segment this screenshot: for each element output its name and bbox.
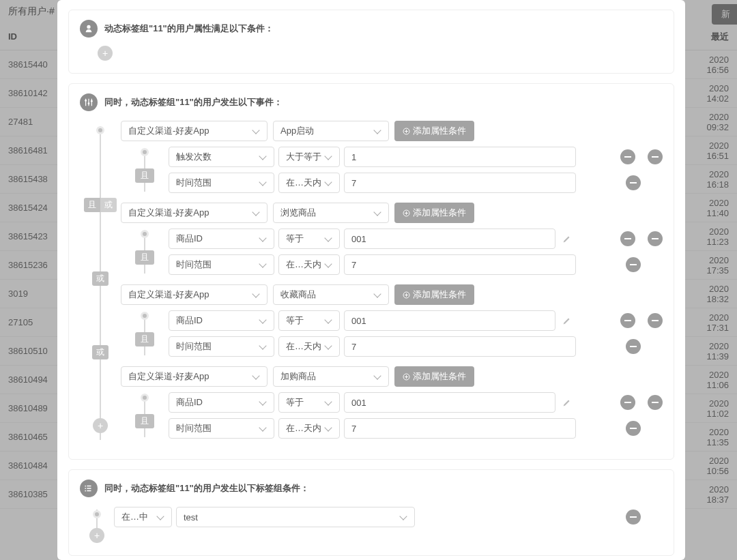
svg-point-3 [91, 100, 93, 102]
sliders-icon [80, 93, 98, 111]
value-input[interactable] [344, 254, 576, 275]
tag-rail [80, 505, 114, 543]
rail-connector-or[interactable]: 或 [92, 345, 109, 359]
svg-point-9 [85, 488, 86, 489]
attribute-select[interactable]: 商品ID [169, 310, 274, 331]
value-input[interactable] [344, 418, 576, 439]
sub-rail: 且 [121, 145, 169, 197]
list-icon [80, 480, 98, 497]
value-input[interactable] [344, 229, 555, 249]
user-events-panel: 同时，动态标签组"11"的用户发生以下事件： 且或或或 自定义渠道-好麦AppA… [68, 83, 674, 460]
value-input[interactable] [344, 392, 555, 413]
event-select[interactable]: 收藏商品 [273, 284, 389, 305]
edit-icon[interactable] [560, 316, 573, 325]
add-event-group[interactable] [93, 418, 108, 433]
sub-rail-and[interactable]: 且 [135, 250, 154, 265]
channel-select[interactable]: 自定义渠道-好麦App [121, 284, 268, 305]
svg-point-8 [85, 486, 86, 487]
attribute-select[interactable]: 时间范围 [169, 336, 274, 357]
remove-condition[interactable] [626, 175, 641, 190]
sub-rail-node [141, 230, 149, 238]
value-input[interactable] [344, 336, 576, 357]
attribute-select[interactable]: 商品ID [169, 392, 274, 413]
add-attribute-button[interactable]: 添加属性条件 [394, 203, 474, 223]
svg-point-2 [88, 102, 90, 104]
operator-select[interactable]: 等于 [278, 229, 340, 249]
event-select[interactable]: 加购商品 [273, 366, 389, 387]
event-group: 自定义渠道-好麦App浏览商品添加属性条件且商品ID等于时间范围在…天内 [121, 201, 663, 279]
event-group: 自定义渠道-好麦App加购商品添加属性条件且商品ID等于时间范围在…天内 [121, 365, 663, 443]
operator-select[interactable]: 等于 [278, 392, 340, 413]
remove-condition[interactable] [626, 257, 641, 272]
event-row: 自定义渠道-好麦App加购商品添加属性条件 [121, 365, 663, 388]
channel-select[interactable]: 自定义渠道-好麦App [121, 203, 268, 223]
rail-connector-or[interactable]: 或 [92, 271, 109, 286]
condition-row: 时间范围在…天内 [169, 253, 663, 276]
remove-event[interactable] [648, 231, 663, 246]
add-attribute-button[interactable]: 添加属性条件 [394, 284, 474, 305]
operator-select[interactable]: 在…天内 [278, 173, 340, 193]
add-attribute-button[interactable]: 添加属性条件 [394, 366, 474, 387]
sub-rail: 且 [121, 391, 169, 443]
sub-rail: 且 [121, 309, 169, 361]
remove-condition[interactable] [620, 313, 635, 328]
remove-condition[interactable] [620, 231, 635, 246]
tag-group-condition-panel: 同时，动态标签组"11"的用户发生以下标签组条件： 在…中 test [68, 469, 674, 556]
attribute-select[interactable]: 商品ID [169, 229, 274, 249]
event-select[interactable]: 浏览商品 [273, 203, 389, 223]
remove-event[interactable] [648, 313, 663, 328]
condition-row: 商品ID等于 [169, 391, 663, 414]
edit-icon[interactable] [560, 398, 573, 407]
remove-condition[interactable] [626, 421, 641, 436]
value-input[interactable] [344, 147, 576, 167]
remove-event[interactable] [648, 149, 663, 164]
sub-rail-node [141, 148, 149, 156]
operator-select[interactable]: 在…天内 [278, 418, 340, 439]
edit-icon[interactable] [560, 235, 573, 244]
attribute-select[interactable]: 时间范围 [169, 173, 274, 193]
operator-select[interactable]: 在…天内 [278, 336, 340, 357]
attribute-select[interactable]: 触发次数 [169, 147, 274, 167]
sub-rail-and[interactable]: 且 [135, 332, 154, 347]
operator-select[interactable]: 等于 [278, 310, 340, 331]
svg-point-10 [85, 490, 86, 492]
value-input[interactable] [344, 173, 576, 193]
remove-condition[interactable] [620, 395, 635, 410]
remove-tag-condition[interactable] [626, 510, 641, 525]
channel-select[interactable]: 自定义渠道-好麦App [121, 366, 268, 387]
tag-name-select[interactable]: test [176, 507, 415, 527]
sub-rail: 且 [121, 227, 169, 279]
condition-row: 商品ID等于 [169, 227, 663, 250]
remove-event[interactable] [648, 395, 663, 410]
attribute-select[interactable]: 时间范围 [169, 418, 274, 439]
event-group: 自定义渠道-好麦App收藏商品添加属性条件且商品ID等于时间范围在…天内 [121, 283, 663, 361]
condition-row: 时间范围在…天内 [169, 171, 663, 194]
panel-title: 同时，动态标签组"11"的用户发生以下事件： [104, 96, 283, 108]
sub-rail-and[interactable]: 且 [135, 414, 154, 428]
add-attribute-condition[interactable] [98, 46, 113, 61]
add-attribute-button[interactable]: 添加属性条件 [394, 121, 474, 141]
condition-row: 商品ID等于 [169, 309, 663, 332]
tag-group-modal: 动态标签组"11"的用户属性满足以下条件： 同时，动态标签组"11"的用户发生以… [57, 0, 685, 560]
remove-condition[interactable] [626, 339, 641, 354]
channel-select[interactable]: 自定义渠道-好麦App [121, 121, 268, 141]
value-input[interactable] [344, 310, 555, 331]
event-select[interactable]: App启动 [273, 121, 389, 141]
user-attribute-panel: 动态标签组"11"的用户属性满足以下条件： [68, 10, 674, 74]
event-group: 自定义渠道-好麦AppApp启动添加属性条件且触发次数大于等于时间范围在…天内 [121, 119, 663, 197]
condition-row: 时间范围在…天内 [169, 335, 663, 358]
operator-select[interactable]: 大于等于 [278, 147, 340, 167]
condition-row: 触发次数大于等于 [169, 145, 663, 168]
tag-mode-select[interactable]: 在…中 [114, 507, 172, 527]
rail-connector-and-or[interactable]: 且或 [84, 198, 117, 212]
add-tag-condition[interactable] [89, 528, 104, 543]
sub-rail-and[interactable]: 且 [135, 168, 154, 183]
event-row: 自定义渠道-好麦App浏览商品添加属性条件 [121, 201, 663, 224]
remove-condition[interactable] [620, 149, 635, 164]
svg-point-1 [85, 100, 87, 102]
operator-select[interactable]: 在…天内 [278, 254, 340, 275]
rail-node [96, 126, 104, 134]
panel-title: 同时，动态标签组"11"的用户发生以下标签组条件： [104, 482, 309, 495]
attribute-select[interactable]: 时间范围 [169, 254, 274, 275]
event-row: 自定义渠道-好麦AppApp启动添加属性条件 [121, 119, 663, 143]
